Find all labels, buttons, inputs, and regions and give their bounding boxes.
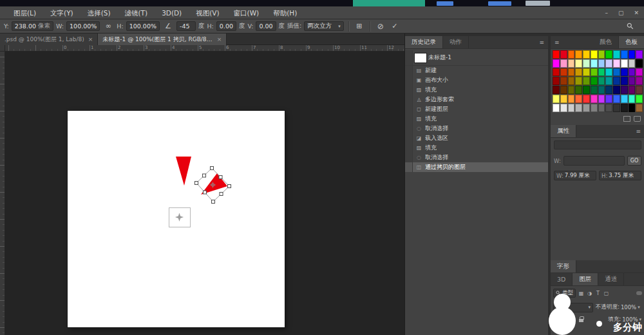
- tab-color[interactable]: 颜色: [593, 36, 619, 48]
- color-swatch[interactable]: [613, 77, 620, 85]
- color-swatch[interactable]: [583, 77, 590, 85]
- color-swatch[interactable]: [629, 77, 636, 85]
- history-item[interactable]: ◌取消选择: [405, 124, 548, 133]
- color-swatch[interactable]: [621, 59, 628, 68]
- color-swatch[interactable]: [629, 59, 636, 68]
- filter-toggle[interactable]: [636, 291, 642, 295]
- color-swatch[interactable]: [568, 95, 575, 103]
- color-swatch[interactable]: [636, 50, 643, 59]
- properties-search-field[interactable]: [554, 140, 641, 149]
- width-input[interactable]: [564, 156, 625, 166]
- tab-properties[interactable]: 属性: [551, 125, 576, 137]
- color-swatch[interactable]: [583, 59, 590, 68]
- close-icon[interactable]: ×: [88, 36, 93, 43]
- color-swatch[interactable]: [621, 95, 628, 103]
- menu-item[interactable]: 窗口(W): [227, 6, 267, 19]
- history-brush-source-toggle[interactable]: [405, 95, 413, 104]
- color-swatch[interactable]: [605, 77, 612, 85]
- search-button[interactable]: [627, 23, 634, 30]
- color-swatch[interactable]: [583, 68, 590, 77]
- color-swatch[interactable]: [575, 68, 582, 77]
- color-swatch[interactable]: [598, 95, 605, 103]
- color-swatch[interactable]: [613, 86, 620, 94]
- new-swatch-icon[interactable]: [623, 116, 630, 122]
- color-swatch[interactable]: [553, 50, 560, 59]
- rotation-angle-field[interactable]: -45: [176, 21, 196, 31]
- history-item[interactable]: ◌取消选择: [405, 153, 548, 162]
- color-swatch[interactable]: [568, 77, 575, 85]
- color-swatch[interactable]: [613, 68, 620, 77]
- color-swatch[interactable]: [553, 68, 560, 77]
- warp-mode-toggle-icon[interactable]: ⊞: [354, 21, 365, 32]
- history-item[interactable]: ▨填充: [405, 143, 548, 153]
- minimize-button[interactable]: –: [605, 10, 608, 16]
- color-swatch[interactable]: [636, 68, 643, 77]
- color-swatch[interactable]: [613, 50, 620, 59]
- color-swatch[interactable]: [591, 50, 598, 59]
- history-brush-source-toggle[interactable]: [405, 104, 413, 114]
- color-swatch[interactable]: [605, 95, 612, 103]
- pixel-layer-filter-icon[interactable]: ▦: [578, 291, 585, 296]
- history-brush-source-toggle[interactable]: [405, 50, 413, 65]
- color-swatch[interactable]: [568, 50, 575, 59]
- color-swatch[interactable]: [636, 59, 643, 68]
- color-swatch[interactable]: [598, 50, 605, 59]
- tab-图层[interactable]: 图层: [573, 273, 598, 285]
- color-swatch[interactable]: [575, 95, 582, 103]
- menu-item[interactable]: 帮助(H): [266, 6, 304, 19]
- color-swatch[interactable]: [568, 68, 575, 77]
- history-brush-source-toggle[interactable]: [405, 75, 413, 85]
- width-scale-field[interactable]: 100.00%: [66, 21, 100, 31]
- color-swatch[interactable]: [560, 77, 567, 85]
- history-brush-source-toggle[interactable]: [405, 85, 413, 95]
- color-swatch[interactable]: [575, 104, 582, 112]
- color-swatch[interactable]: [636, 104, 643, 112]
- color-swatch[interactable]: [598, 68, 605, 77]
- history-brush-source-toggle[interactable]: [405, 133, 413, 143]
- document-tab[interactable]: .psd @ 100%(图层 1, Lab/8)×: [0, 34, 98, 45]
- maximize-button[interactable]: ▢: [618, 10, 624, 16]
- lock-image-icon[interactable]: ✎: [563, 316, 568, 323]
- color-swatch[interactable]: [553, 104, 560, 112]
- tab-通道[interactable]: 通道: [598, 273, 624, 285]
- v-skew-field[interactable]: 0.00: [256, 21, 276, 31]
- color-swatch[interactable]: [591, 86, 598, 94]
- lock-position-icon[interactable]: +: [571, 316, 576, 323]
- color-swatch[interactable]: [553, 86, 560, 94]
- history-item[interactable]: 未标题-1: [405, 50, 548, 66]
- color-swatch[interactable]: [560, 86, 567, 94]
- color-swatch[interactable]: [621, 86, 628, 94]
- history-brush-source-toggle[interactable]: [405, 143, 413, 153]
- history-item[interactable]: ◫通过拷贝的图层: [405, 162, 548, 172]
- history-brush-source-toggle[interactable]: [405, 114, 413, 124]
- color-swatch[interactable]: [575, 77, 582, 85]
- color-swatch[interactable]: [591, 77, 598, 85]
- type-layer-filter-icon[interactable]: T: [594, 291, 601, 296]
- menu-item[interactable]: 视图(V): [189, 6, 226, 19]
- color-swatch[interactable]: [605, 86, 612, 94]
- history-item[interactable]: ◪载入选区: [405, 133, 548, 143]
- lock-transparent-pixels-icon[interactable]: ▦: [554, 316, 560, 323]
- history-item[interactable]: ▨填充: [405, 114, 548, 124]
- color-swatch[interactable]: [598, 86, 605, 94]
- shape-layer-filter-icon[interactable]: ▢: [603, 291, 610, 296]
- blend-mode-select[interactable]: 正常 ▾: [553, 303, 593, 312]
- width-value-box[interactable]: W: 7.99 厘米: [554, 171, 596, 180]
- tab-actions[interactable]: 动作: [443, 36, 469, 48]
- tab-history[interactable]: 历史记录: [405, 36, 443, 48]
- tab-swatches[interactable]: 色板: [619, 36, 644, 48]
- commit-transform-button[interactable]: ✓: [389, 21, 401, 32]
- menu-item[interactable]: 选择(S): [80, 6, 118, 19]
- color-swatch[interactable]: [575, 50, 582, 59]
- color-swatch[interactable]: [583, 50, 590, 59]
- color-swatch[interactable]: [591, 95, 598, 103]
- color-swatch[interactable]: [605, 50, 612, 59]
- history-brush-source-toggle[interactable]: [405, 124, 413, 133]
- history-brush-source-toggle[interactable]: [405, 162, 413, 172]
- color-swatch[interactable]: [583, 86, 590, 94]
- h-skew-field[interactable]: 0.00: [216, 21, 236, 31]
- adjustment-layer-filter-icon[interactable]: ◑: [586, 291, 593, 296]
- cancel-transform-button[interactable]: ⊘: [375, 21, 386, 32]
- color-swatch[interactable]: [591, 59, 598, 68]
- menu-item[interactable]: 图层(L): [6, 6, 43, 19]
